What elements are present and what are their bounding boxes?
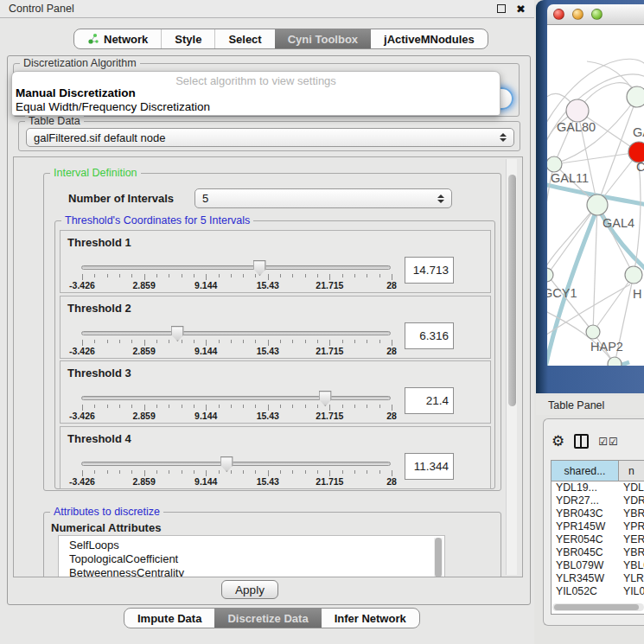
network-node[interactable]: [608, 357, 622, 366]
cell-name[interactable]: YLR3: [619, 572, 644, 585]
threshold-value-field[interactable]: 6.316: [405, 322, 454, 349]
network-canvas[interactable]: GAL80GACGAL11GAL4GCY1HHAP2: [547, 25, 644, 366]
number-of-intervals-label: Number of Intervals: [68, 192, 174, 205]
table-row[interactable]: YER054CYER0: [552, 533, 644, 546]
tab-label: Discretize Data: [227, 612, 308, 625]
cell-shared-name[interactable]: YDL19...: [552, 481, 619, 494]
table-data-group: Table Data galFiltered.sif default node: [18, 121, 520, 151]
list-item[interactable]: TopologicalCoefficient: [69, 552, 444, 566]
table-row[interactable]: YPR145WYPR1: [552, 520, 644, 533]
cell-shared-name[interactable]: YPR145W: [552, 520, 619, 533]
table-row[interactable]: YDR27...YDR2: [552, 494, 644, 507]
table-data-combobox[interactable]: galFiltered.sif default node: [26, 128, 514, 147]
scrollbar-thumb[interactable]: [435, 538, 442, 577]
cell-name[interactable]: YBR0: [619, 546, 644, 559]
dropdown-option-manual-discretization[interactable]: Manual Discretization: [12, 86, 500, 100]
cell-shared-name[interactable]: YER054C: [552, 533, 619, 546]
screen: Control Panel ✖ Network Style Select Cyn…: [0, 0, 644, 644]
list-item[interactable]: BetweennessCentrality: [69, 566, 444, 577]
tab-discretize-data[interactable]: Discretize Data: [214, 609, 321, 628]
tab-style[interactable]: Style: [161, 29, 214, 48]
group-title: Table Data: [25, 115, 84, 127]
network-window-titlebar[interactable]: [547, 4, 644, 25]
top-tab-bar: Network Style Select Cyni Toolbox jActiv…: [73, 29, 488, 49]
network-node-GAL11[interactable]: [547, 156, 562, 172]
table-row[interactable]: YLR345WYLR3: [552, 572, 644, 585]
column-header-shared-name[interactable]: shared...: [552, 461, 619, 481]
tab-infer-network[interactable]: Infer Network: [322, 609, 419, 628]
numerical-attributes-list[interactable]: SelfLoopsTopologicalCoefficientBetweenne…: [58, 535, 445, 577]
tab-network[interactable]: Network: [74, 29, 161, 48]
cell-shared-name[interactable]: YBR043C: [552, 507, 619, 520]
threshold-value-field[interactable]: 11.344: [405, 453, 454, 480]
close-traffic-light[interactable]: [553, 9, 564, 20]
apply-button[interactable]: Apply: [221, 580, 278, 599]
interval-definition-group: Interval Definition Number of Intervals …: [43, 173, 501, 491]
threshold-coordinates-group: Threshold's Coordinates for 5 Intervals …: [54, 220, 495, 489]
gear-icon[interactable]: ⚙: [552, 434, 564, 449]
scrollbar-thumb[interactable]: [554, 604, 639, 610]
threshold-1-box: Threshold 1 -3.4262.8599.14415.4321.7152…: [60, 230, 491, 293]
table-row[interactable]: YBR045CYBR0: [552, 546, 644, 559]
threshold-4-box: Threshold 4 -3.4262.8599.14415.4321.7152…: [60, 426, 491, 489]
cell-shared-name[interactable]: YBL079W: [552, 559, 619, 572]
zoom-traffic-light[interactable]: [591, 9, 603, 20]
node-attribute-table: shared... n YDL19...YDL1YDR27...YDR2YBR0…: [551, 460, 644, 615]
tab-jactivemnodules[interactable]: jActiveMNodules: [371, 29, 488, 48]
list-item[interactable]: SelfLoops: [69, 539, 444, 552]
group-title: Discretization Algorithm: [20, 57, 140, 69]
network-node-GA[interactable]: [627, 86, 644, 107]
list-vertical-scrollbar[interactable]: [434, 538, 443, 577]
network-canvas-svg: GAL80GACGAL11GAL4GCY1HHAP2: [547, 25, 644, 366]
slider-track[interactable]: [81, 331, 391, 335]
combo-arrows-icon: [437, 194, 444, 203]
combo-value: 5: [202, 192, 208, 205]
cell-name[interactable]: YBL0: [619, 559, 644, 572]
network-node-GAL4[interactable]: [587, 194, 608, 215]
tab-label: Network: [104, 33, 148, 46]
network-node-HAP2[interactable]: [586, 325, 600, 339]
network-node-GAL80[interactable]: [566, 99, 589, 122]
threshold-value-field[interactable]: 14.713: [405, 257, 454, 284]
select-columns-checkbox-icons[interactable]: ☑☑: [598, 436, 619, 448]
float-window-icon[interactable]: [497, 4, 506, 13]
dropdown-option-equal-width-frequency[interactable]: Equal Width/Frequency Discretization: [12, 100, 500, 114]
minimize-traffic-light[interactable]: [572, 9, 583, 20]
tab-label: jActiveMNodules: [384, 33, 475, 46]
network-node-GCY1[interactable]: [547, 268, 553, 282]
table-row[interactable]: YBR043CYBR0: [552, 507, 644, 520]
network-edge: [554, 152, 639, 164]
slider-track[interactable]: [81, 462, 391, 466]
cell-name[interactable]: YER0: [619, 533, 644, 546]
group-title: Interval Definition: [50, 167, 141, 179]
pane-vertical-scrollbar[interactable]: [506, 159, 517, 575]
table-panel-title: Table Panel: [548, 399, 604, 411]
cell-name[interactable]: YPR1: [619, 520, 644, 533]
close-icon[interactable]: ✖: [516, 3, 526, 15]
cell-shared-name[interactable]: YIL052C: [552, 585, 619, 598]
number-of-intervals-combobox[interactable]: 5: [194, 188, 452, 208]
panel-title: Control Panel: [9, 3, 74, 15]
cell-name[interactable]: YIL0: [619, 585, 644, 598]
cell-shared-name[interactable]: YLR345W: [552, 572, 619, 585]
split-columns-icon[interactable]: [574, 434, 589, 449]
scrollbar-thumb[interactable]: [508, 175, 516, 406]
tab-cyni-toolbox[interactable]: Cyni Toolbox: [275, 29, 371, 48]
cell-shared-name[interactable]: YBR045C: [552, 546, 619, 559]
tab-select[interactable]: Select: [214, 29, 274, 48]
cell-shared-name[interactable]: YDR27...: [552, 494, 619, 507]
slider-track[interactable]: [81, 265, 391, 270]
table-horizontal-scrollbar[interactable]: [552, 603, 644, 611]
slider-track[interactable]: [81, 396, 391, 400]
column-header-name[interactable]: n: [619, 461, 644, 481]
threshold-value-field[interactable]: 21.4: [405, 387, 454, 414]
cell-name[interactable]: YDL1: [619, 481, 644, 494]
network-node-H[interactable]: [625, 266, 642, 284]
cell-name[interactable]: YBR0: [619, 507, 644, 520]
slider-ticks: [82, 470, 392, 476]
table-row[interactable]: YIL052CYIL0: [552, 585, 644, 598]
tab-impute-data[interactable]: Impute Data: [124, 609, 214, 628]
table-row[interactable]: YDL19...YDL1: [552, 481, 644, 494]
cell-name[interactable]: YDR2: [619, 494, 644, 507]
table-row[interactable]: YBL079WYBL0: [552, 559, 644, 572]
